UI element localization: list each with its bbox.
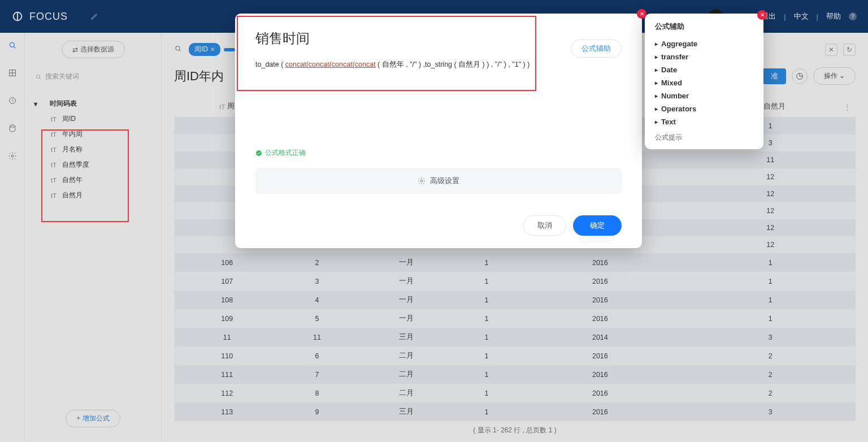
modal-title: 销售时间 [255, 29, 622, 47]
formula-helper-button[interactable]: 公式辅助 [571, 40, 622, 58]
helper-category[interactable]: Aggregate [655, 37, 753, 50]
svg-point-10 [420, 180, 423, 182]
formula-input[interactable]: to_date ( concat(concat(concat(concat ( … [255, 57, 622, 147]
gear-icon [418, 177, 426, 185]
helper-category[interactable]: Operators [655, 102, 753, 115]
helper-title: 公式辅助 [655, 21, 753, 32]
helper-category[interactable]: Mixed [655, 76, 753, 89]
helper-panel: ✕ 公式辅助 AggregatetransferDateMixedNumberO… [645, 14, 763, 149]
advanced-settings-row[interactable]: 高级设置 [255, 168, 622, 194]
helper-category[interactable]: Text [655, 115, 753, 128]
helper-category[interactable]: Date [655, 63, 753, 76]
helper-close-icon[interactable]: ✕ [757, 10, 767, 20]
helper-hint: 公式提示 [655, 133, 753, 142]
cancel-button[interactable]: 取消 [523, 215, 566, 236]
helper-category[interactable]: transfer [655, 50, 753, 63]
formula-modal: ✕ 销售时间 公式辅助 to_date ( concat(concat(conc… [235, 14, 642, 248]
helper-category[interactable]: Number [655, 89, 753, 102]
formula-valid-msg: 公式格式正确 [255, 148, 622, 158]
confirm-button[interactable]: 确定 [573, 215, 622, 236]
